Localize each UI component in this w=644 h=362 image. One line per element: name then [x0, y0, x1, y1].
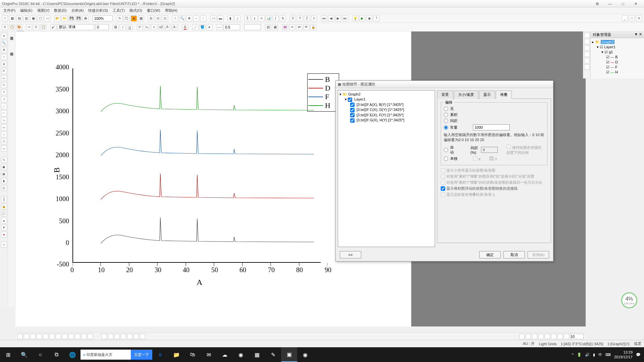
decrease-font-icon[interactable]: A↓	[172, 24, 178, 30]
add-colorbar-icon[interactable]: ▮	[227, 15, 233, 21]
z-col-icon[interactable]: Z	[304, 15, 310, 21]
tray-volume-icon[interactable]: 🔊	[585, 353, 590, 357]
open-icon[interactable]: 📂	[54, 15, 60, 21]
tab-background[interactable]: 背景	[437, 90, 453, 99]
start-icon[interactable]: ⊞	[0, 347, 16, 362]
font-combo[interactable]	[57, 24, 94, 30]
menu-analysis[interactable]: 分析(A)	[69, 7, 86, 14]
rotate-icon[interactable]: ↻	[1, 157, 7, 163]
app-360-icon[interactable]: 🌐	[64, 347, 80, 362]
multi-panel-icon[interactable]	[108, 334, 113, 339]
lightbulb-icon[interactable]: 💡	[352, 15, 358, 21]
apps-icon[interactable]: ▶	[359, 15, 365, 21]
line-color-icon[interactable]: ／	[192, 24, 198, 30]
y-axis-label[interactable]: B	[52, 167, 61, 173]
edge-icon[interactable]: e	[152, 347, 168, 362]
save-icon[interactable]: 💾	[68, 15, 74, 21]
next-icon[interactable]: ▶	[335, 15, 341, 21]
function-icon[interactable]: ƒ	[273, 15, 279, 21]
print-icon[interactable]: 🖶	[83, 15, 89, 21]
tray-net-icon[interactable]: ▮	[593, 353, 595, 357]
copy-format-icon[interactable]: ⎘	[2, 24, 8, 30]
store-icon[interactable]: 🛍	[184, 347, 201, 362]
menu-edit[interactable]: 编辑(E)	[18, 7, 35, 14]
y-col-icon[interactable]: Y	[297, 15, 303, 21]
paste-icon[interactable]: 📋	[40, 24, 46, 30]
tab-display[interactable]: 显示	[479, 90, 495, 99]
excel-icon[interactable]: ▦	[249, 347, 265, 362]
italic-icon[interactable]: I	[120, 24, 126, 30]
cut-icon[interactable]: ✂	[26, 24, 32, 30]
rescale-icon[interactable]: ⊹	[172, 15, 178, 21]
layers-icon[interactable]: ▦	[138, 15, 144, 21]
zoom-combo[interactable]	[93, 15, 113, 21]
3d-plot-icon[interactable]	[62, 334, 67, 339]
rect-icon[interactable]: ▭	[1, 124, 7, 130]
add-axis-icon[interactable]: ⊥	[234, 15, 240, 21]
arrow-icon[interactable]: ↗	[1, 96, 7, 102]
subscript-icon[interactable]: x₂	[144, 24, 150, 30]
lock-mask-icon[interactable]: 🔒	[310, 24, 316, 30]
paste-format-icon[interactable]: 📋	[9, 24, 15, 30]
align-icon[interactable]: ≡	[1, 242, 7, 248]
line-icon[interactable]: ／	[1, 103, 7, 109]
fill-color-icon[interactable]: 🪣	[199, 24, 205, 30]
distribute-v-icon[interactable]	[564, 334, 569, 339]
front-icon[interactable]: ▲	[1, 218, 7, 224]
perf-widget[interactable]: 4% 125.1K/s	[621, 292, 637, 308]
menu-file[interactable]: 文件(F)	[1, 7, 17, 14]
new-excel-icon[interactable]: ▣	[30, 15, 36, 21]
contour-plot-icon[interactable]	[68, 334, 74, 339]
grid-icon[interactable]: ▦	[272, 24, 278, 30]
theme-icon[interactable]: 🎨	[16, 24, 22, 30]
radio-individual[interactable]	[444, 157, 448, 161]
stat-plot-icon[interactable]	[75, 334, 80, 339]
zoom-pan-icon[interactable]: ✥	[186, 15, 192, 21]
polyline-icon[interactable]: 〰	[1, 110, 7, 116]
screen-reader-icon[interactable]: ⊕	[1, 61, 7, 67]
rescale-x-icon[interactable]: ↔	[193, 15, 199, 21]
waterfall-icon[interactable]	[127, 334, 132, 339]
polygon-icon[interactable]: ⬠	[1, 138, 7, 144]
mdi-max-icon[interactable]: □	[629, 15, 635, 21]
restore-down-icon[interactable]: ⧉	[591, 1, 604, 7]
dialog-titlebar[interactable]: ▦ 绘图细节 - 图层属性	[336, 81, 553, 88]
col-stats-icon[interactable]: ⫿	[252, 15, 258, 21]
back-icon[interactable]: ▼	[1, 225, 7, 231]
linewidth-combo[interactable]	[223, 24, 240, 30]
pattern-icon[interactable]: ▨	[265, 24, 271, 30]
lock-icon[interactable]: 🔒	[1, 203, 7, 209]
row-stats-icon[interactable]: ≡	[259, 15, 265, 21]
scatter-plot-icon[interactable]	[24, 334, 29, 339]
tray-keyboard-icon[interactable]: ⌨	[605, 353, 611, 357]
circle-icon[interactable]: ○	[1, 131, 7, 137]
tab-size[interactable]: 大小/速度	[454, 90, 478, 99]
menu-help[interactable]: 帮助(H)	[163, 7, 179, 14]
insert-wks-icon[interactable]: ▦	[1, 171, 7, 177]
new-graph-icon[interactable]: ▤	[16, 15, 22, 21]
obs-icon[interactable]: ◉	[297, 347, 313, 362]
x-col-icon[interactable]: X	[290, 15, 296, 21]
tray-notif-icon[interactable]: 💬	[636, 353, 641, 357]
new-project-icon[interactable]: □	[2, 15, 8, 21]
cloud-icon[interactable]: ☁	[217, 347, 233, 362]
radio-none[interactable]	[444, 107, 448, 111]
pointer-icon[interactable]: ➤	[1, 33, 7, 39]
mask-region-icon[interactable]: ▭	[1, 75, 7, 81]
check-show-connect[interactable]	[441, 186, 445, 191]
template-lib-icon[interactable]	[102, 334, 107, 339]
radio-constant[interactable]	[444, 125, 448, 130]
cortana-icon[interactable]: ○	[32, 347, 48, 362]
mail-icon[interactable]: ✉	[201, 347, 217, 362]
ok-button[interactable]: 确定	[479, 251, 501, 258]
rescale-y-icon[interactable]: ↕	[200, 15, 206, 21]
align-bottom-icon[interactable]	[551, 334, 556, 339]
region-tool-icon[interactable]: ▱	[1, 145, 7, 152]
insert-graph-icon[interactable]: ▣	[1, 164, 7, 170]
chrome-icon[interactable]: ◉	[233, 347, 249, 362]
last-icon[interactable]: ⏭	[342, 15, 348, 21]
line-plot-icon[interactable]	[17, 334, 23, 339]
stats-icon[interactable]: Σ	[245, 15, 251, 21]
editor-icon[interactable]: ✎	[265, 347, 281, 362]
new-workbook-icon[interactable]: ▦	[9, 15, 15, 21]
